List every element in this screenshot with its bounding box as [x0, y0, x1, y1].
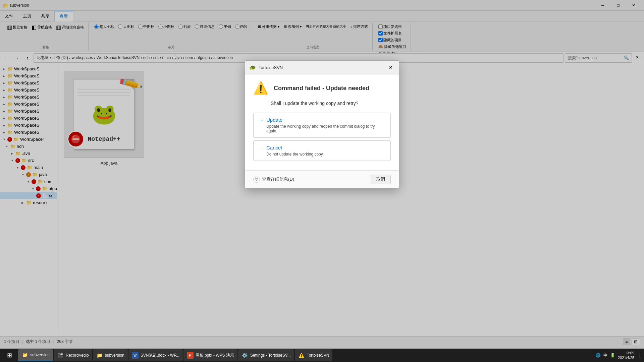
arrow-icon: →	[259, 117, 264, 123]
taskbar-item-subversion2[interactable]: 📁 subversion	[93, 349, 128, 361]
taskbar-item-settings[interactable]: ⚙️ Settings - TortoiseSV...	[238, 349, 294, 361]
taskbar-item-subversion1[interactable]: 📁 subversion	[18, 349, 53, 361]
taskbar-item-record[interactable]: 🎬 RecordVedio	[54, 349, 92, 361]
taskbar-item-label: subversion	[30, 353, 50, 357]
dialog-update-desc: Update the working copy and reopen the c…	[259, 124, 385, 133]
taskbar-battery-icon: 🔋	[610, 353, 615, 358]
taskbar-time[interactable]: 13:09 2021/4/25	[618, 351, 634, 360]
dialog-details-link[interactable]: ▽ 查看详细信息(D)	[253, 176, 371, 183]
taskbar-record-icon: 🎬	[57, 352, 64, 359]
arrow-icon2: →	[259, 145, 264, 150]
start-button[interactable]: ⊞	[1, 349, 17, 362]
taskbar-item-svn-notes[interactable]: W SVN笔记.docx - WP...	[128, 349, 183, 361]
taskbar-item-label: TortoiseSVN	[307, 353, 329, 358]
taskbar-item-label: SVN笔记.docx - WP...	[141, 353, 179, 358]
taskbar-tortoise-icon: ⚠️	[298, 352, 305, 359]
taskbar-right: 🌐 中 🔋 13:09 2021/4/25 ▕	[596, 351, 643, 360]
dialog-overlay: 🐢 TortoiseSVN ✕ ⚠️ Command failed - Upda…	[0, 0, 644, 349]
dialog-update-title: → Update	[259, 117, 385, 123]
dialog-cancel-desc: Do not update the working copy.	[259, 152, 385, 157]
dialog-cancel-button[interactable]: 取消	[371, 175, 391, 184]
taskbar-item-label: Settings - TortoiseSV...	[250, 353, 291, 358]
dialog-title-text: TortoiseSVN	[259, 65, 387, 70]
dialog-option-update[interactable]: → Update Update the working copy and reo…	[253, 113, 391, 138]
taskbar-network-icon: 🌐	[596, 353, 601, 358]
dialog-header: ⚠️ Command failed - Update needed	[253, 81, 391, 95]
taskbar-settings-icon: ⚙️	[241, 352, 248, 359]
dialog: 🐢 TortoiseSVN ✕ ⚠️ Command failed - Upda…	[245, 60, 399, 188]
dialog-main-title: Command failed - Update needed	[274, 85, 369, 92]
date-display: 2021/4/25	[618, 355, 634, 360]
taskbar-lang-icon: 中	[603, 353, 607, 358]
dialog-cancel-title: → Cancel	[259, 145, 385, 150]
taskbar-folder-icon2: 📁	[96, 352, 103, 359]
taskbar-item-pptx[interactable]: P 黑板.pptx - WPS 演示	[183, 349, 237, 361]
time-display: 13:09	[625, 351, 634, 355]
taskbar-item-tortoisesvn[interactable]: ⚠️ TortoiseSVN	[295, 349, 333, 361]
details-expand-icon: ▽	[253, 176, 260, 183]
dialog-subtitle: Shall I update the working copy and retr…	[253, 101, 391, 106]
taskbar-item-label: 黑板.pptx - WPS 演示	[196, 353, 234, 358]
taskbar: ⊞ 📁 subversion 🎬 RecordVedio 📁 subversio…	[0, 349, 644, 362]
taskbar-folder-icon1: 📁	[21, 352, 28, 358]
taskbar-show-desktop[interactable]: ▕	[637, 353, 640, 358]
warning-icon: ⚠️	[253, 81, 268, 95]
dialog-title-bar: 🐢 TortoiseSVN ✕	[245, 61, 399, 74]
dialog-title-icon: 🐢	[249, 64, 256, 71]
dialog-details-text: 查看详细信息(D)	[262, 176, 294, 182]
taskbar-ppt-icon: P	[187, 352, 194, 359]
dialog-option-cancel[interactable]: → Cancel Do not update the working copy.	[253, 140, 391, 161]
taskbar-item-label: RecordVedio	[66, 353, 89, 358]
dialog-body: ⚠️ Command failed - Update needed Shall …	[245, 74, 399, 170]
taskbar-item-label: subversion	[105, 353, 124, 358]
taskbar-doc-icon: W	[132, 352, 139, 359]
dialog-close-button[interactable]: ✕	[387, 63, 395, 71]
dialog-footer: ▽ 查看详细信息(D) 取消	[245, 170, 399, 188]
